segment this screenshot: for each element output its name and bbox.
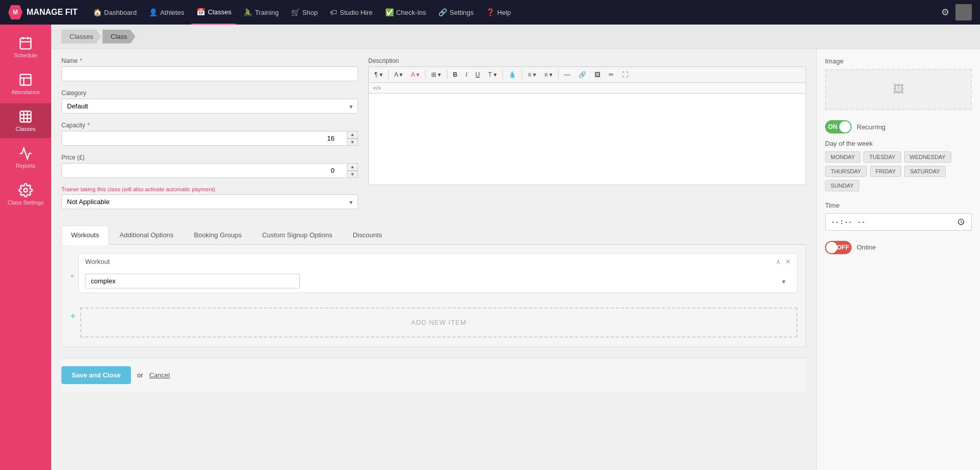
price-up-button[interactable]: ▲ <box>347 163 358 171</box>
svg-rect-7 <box>20 111 31 122</box>
category-select[interactable]: Default Advanced Beginner Intermediate <box>61 99 358 114</box>
nav-studio-hire[interactable]: 🏷 Studio Hire <box>325 0 377 25</box>
nav-athletes[interactable]: 👤 Athletes <box>144 0 189 25</box>
day-thursday[interactable]: THURSDAY <box>825 166 867 177</box>
toolbar-drop-color[interactable]: 💧 <box>505 69 520 80</box>
svg-rect-0 <box>20 38 31 49</box>
time-section: Time <box>825 202 972 231</box>
capacity-down-button[interactable]: ▼ <box>347 139 358 146</box>
day-saturday[interactable]: SATURDAY <box>904 166 945 177</box>
toolbar-highlight[interactable]: A ▾ <box>407 69 423 80</box>
category-select-wrapper: Default Advanced Beginner Intermediate <box>61 99 358 114</box>
toolbar-image[interactable]: 🖼 <box>591 69 604 80</box>
nav-gear-icon[interactable]: ⚙ <box>941 7 949 18</box>
class-settings-icon <box>18 183 33 197</box>
name-input[interactable] <box>61 66 358 81</box>
nav-settings[interactable]: 🔗 Settings <box>433 0 479 25</box>
brand-icon: M <box>8 5 23 19</box>
toolbar-text-style[interactable]: T ▾ <box>484 69 500 80</box>
toolbar-link[interactable]: 🔗 <box>575 69 590 80</box>
toolbar-sep-6 <box>558 70 559 79</box>
tab-discounts[interactable]: Discounts <box>343 226 392 244</box>
capacity-input[interactable] <box>61 131 358 146</box>
nav-settings-label: Settings <box>450 9 474 16</box>
nav-dashboard[interactable]: 🏠 Dashboard <box>88 0 142 25</box>
day-tuesday[interactable]: TUESDAY <box>863 151 901 163</box>
cancel-button[interactable]: Cancel <box>149 371 170 379</box>
workout-select[interactable]: complex strength cardio mobility <box>85 274 300 288</box>
nav-classes[interactable]: 📅 Classes <box>191 0 236 25</box>
trainer-label: Trainer taking this class (will also act… <box>61 186 358 192</box>
recurring-toggle-knob <box>839 121 851 132</box>
form-left-col: Name * Category De <box>61 57 358 217</box>
day-friday[interactable]: FRIDAY <box>870 166 902 177</box>
nav-shop[interactable]: 🛒 Shop <box>286 0 323 25</box>
price-down-button[interactable]: ▼ <box>347 171 358 178</box>
day-buttons: MONDAY TUESDAY WEDNESDAY THURSDAY FRIDAY… <box>825 151 972 191</box>
tab-additional-options[interactable]: Additional Options <box>110 226 184 244</box>
sidebar-classes-label: Classes <box>15 126 35 132</box>
tab-content-workouts: ● Workout ∧ ✕ <box>61 245 806 347</box>
nav-training[interactable]: 🚴 Training <box>238 0 283 25</box>
tab-booking-groups[interactable]: Booking Groups <box>184 226 251 244</box>
breadcrumb: Classes Class <box>51 25 980 49</box>
price-input[interactable] <box>61 163 358 178</box>
trainer-select[interactable]: Not Applicable Trainer 1 Trainer 2 <box>61 194 358 209</box>
toolbar-paragraph[interactable]: ¶ ▾ <box>371 69 386 80</box>
workout-close-icon[interactable]: ✕ <box>785 258 791 265</box>
add-new-item[interactable]: ADD NEW ITEM <box>80 307 797 338</box>
breadcrumb-classes[interactable]: Classes <box>61 30 101 43</box>
sidebar-item-attendance[interactable]: Attendance <box>0 66 51 101</box>
add-new-item-label: ADD NEW ITEM <box>411 319 466 326</box>
sidebar-item-reports[interactable]: Reports <box>0 140 51 175</box>
workout-label: Workout <box>85 258 109 265</box>
add-plus-icon[interactable]: + <box>70 310 76 322</box>
time-input-wrapper <box>825 213 972 231</box>
workout-collapse-icon[interactable]: ∧ <box>776 258 781 265</box>
tab-workouts[interactable]: Workouts <box>61 226 109 245</box>
toolbar-sep-1 <box>388 70 389 79</box>
toolbar-sep-5 <box>522 70 522 79</box>
nav-check-ins[interactable]: ✅ Check-Ins <box>380 0 432 25</box>
online-label: Online <box>857 243 876 251</box>
tabs-section: Workouts Additional Options Booking Grou… <box>61 226 806 347</box>
tab-custom-signup-options[interactable]: Custom Signup Options <box>252 226 342 244</box>
editor-body[interactable] <box>368 93 806 185</box>
toolbar-underline[interactable]: U <box>472 69 484 80</box>
nav-right: ⚙ <box>941 4 972 20</box>
price-field-row: Price (£) ▲ ▼ <box>61 154 358 178</box>
toolbar-fullscreen[interactable]: ⛶ <box>618 69 632 80</box>
classes-icon <box>18 109 33 124</box>
toolbar-sep-4 <box>502 70 503 79</box>
save-and-close-button[interactable]: Save and Close <box>61 366 131 384</box>
toolbar-table[interactable]: ⊞ ▾ <box>428 69 444 80</box>
toolbar-align[interactable]: ≡ ▾ <box>524 69 540 80</box>
top-two-col: Name * Category De <box>61 57 806 217</box>
day-sunday[interactable]: SUNDAY <box>825 180 859 191</box>
avatar[interactable] <box>955 4 972 20</box>
sidebar-item-class-settings[interactable]: Class Settings <box>0 177 51 212</box>
nav-help[interactable]: ❓ Help <box>481 0 516 25</box>
trainer-field-row: Trainer taking this class (will also act… <box>61 186 358 209</box>
toolbar-font-color[interactable]: A ▾ <box>391 69 407 80</box>
image-placeholder[interactable]: 🖼 <box>825 69 972 110</box>
content-body: Name * Category De <box>51 49 980 470</box>
toolbar-hr[interactable]: — <box>561 69 574 80</box>
sidebar-item-schedule[interactable]: Schedule <box>0 30 51 64</box>
toolbar-italic[interactable]: I <box>462 69 471 80</box>
sidebar-item-classes[interactable]: Classes <box>0 103 51 138</box>
code-bar-text: </> <box>373 85 381 91</box>
online-toggle[interactable]: OFF <box>825 241 852 254</box>
capacity-input-wrapper: ▲ ▼ <box>61 131 358 146</box>
day-monday[interactable]: MONDAY <box>825 151 860 163</box>
toolbar-pen[interactable]: ✏ <box>605 69 617 80</box>
toolbar-list[interactable]: ≡ ▾ <box>541 69 556 80</box>
recurring-toggle[interactable]: ON <box>825 120 852 133</box>
toolbar-sep-3 <box>447 70 448 79</box>
breadcrumb-class[interactable]: Class <box>102 30 136 43</box>
brand-logo: M MANAGE FIT <box>8 5 78 19</box>
capacity-up-button[interactable]: ▲ <box>347 131 358 139</box>
day-wednesday[interactable]: WEDNESDAY <box>904 151 951 163</box>
toolbar-bold[interactable]: B <box>450 69 461 80</box>
time-input[interactable] <box>825 213 972 231</box>
